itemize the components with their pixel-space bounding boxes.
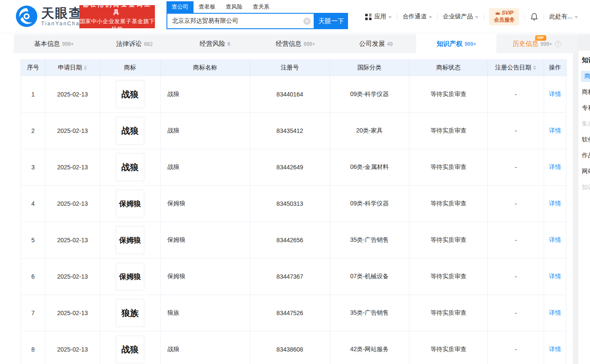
search-type-tab[interactable]: 查公司 <box>166 1 194 13</box>
notifications-button[interactable] <box>530 12 539 21</box>
nav-apps[interactable]: 应用 <box>365 13 392 21</box>
sidebar-anchor-label: 作品 <box>582 152 590 159</box>
anchor-sidebar: 知识商标商标专利集成软件作品网站知识 <box>578 51 590 364</box>
column-header-label: 商标 <box>124 64 136 72</box>
detail-link[interactable]: 详情 <box>549 273 561 280</box>
detail-link[interactable]: 详情 <box>549 200 561 208</box>
search-type-tab[interactable]: 查老板 <box>194 1 221 13</box>
detail-link[interactable]: 详情 <box>549 236 561 244</box>
trademark-status: 等待实质审查 <box>409 295 487 331</box>
table-row: 72025-02-13狼族狼族8344752635类-广告销售等待实质审查-详情 <box>21 295 566 331</box>
sidebar-anchor-item[interactable]: 集成 <box>578 116 590 132</box>
trademark-image[interactable]: 战狼 <box>116 336 144 363</box>
sidebar-anchor-item[interactable]: 商标 <box>578 68 590 84</box>
trademark-table: 序号申请日期商标商标名称注册号国际分类商标状态注册公告日期操作 12025-02… <box>21 59 566 364</box>
detail-link[interactable]: 详情 <box>549 346 561 353</box>
column-header-label: 商标状态 <box>436 64 460 72</box>
tab-知识产权[interactable]: 知识产权999+ <box>416 34 497 53</box>
chevron-down-icon <box>475 16 478 18</box>
sidebar-anchor-item[interactable]: 作品 <box>578 147 590 163</box>
nav-enterprise[interactable]: 企业级产品 <box>443 13 478 21</box>
table-row: 82025-02-13战狼战狼8343860842类-网站服务等待实质审查-详情 <box>21 331 566 364</box>
clear-icon[interactable]: ✕ <box>303 18 311 25</box>
column-header-label: 国际分类 <box>357 64 381 72</box>
column-header-label: 操作 <box>549 64 561 72</box>
detail-link[interactable]: 详情 <box>549 90 561 98</box>
nav-partner[interactable]: 合作通道 <box>402 13 432 21</box>
search-input[interactable] <box>166 13 315 29</box>
trademark-image-cell: 保姆狼 <box>100 186 160 222</box>
tab-历史信息[interactable]: 历史信息999+VIP? <box>496 34 577 53</box>
apply-date: 2025-02-13 <box>45 331 100 364</box>
tab-法律诉讼[interactable]: 法律诉讼682 <box>94 34 175 53</box>
action-cell: 详情 <box>544 113 566 149</box>
tab-经营风险[interactable]: 经营风险6 <box>175 34 255 53</box>
search-button[interactable]: 天眼一下 <box>315 13 348 29</box>
table-header: 序号申请日期商标商标名称注册号国际分类商标状态注册公告日期操作 <box>21 59 566 76</box>
tab-基本信息[interactable]: 基本信息999+ <box>14 34 94 53</box>
trademark-name: 战狼 <box>160 149 250 185</box>
row-index: 3 <box>21 149 45 185</box>
trademark-image[interactable]: 战狼 <box>116 117 144 144</box>
sidebar-anchor-item[interactable]: 软件 <box>578 132 590 147</box>
trademark-image[interactable]: 狼族 <box>116 299 144 327</box>
tab-label: 知识产权 <box>437 40 463 48</box>
table-row: 12025-02-13战狼战狼8344016409类-科学仪器等待实质审查-详情 <box>21 76 566 113</box>
detail-link[interactable]: 详情 <box>549 163 561 171</box>
detail-link[interactable]: 详情 <box>549 309 561 317</box>
sort-asc-icon <box>84 66 87 67</box>
table-body: 12025-02-13战狼战狼8344016409类-科学仪器等待实质审查-详情… <box>21 76 566 364</box>
table-row: 62025-02-13保姆狼保姆狼8344736707类-机械设备等待实质审查-… <box>21 259 566 295</box>
divider <box>544 14 544 20</box>
sort-icon[interactable] <box>84 66 87 70</box>
nav-partner-label: 合作通道 <box>402 13 427 21</box>
column-header-label: 申请日期 <box>58 64 82 72</box>
tab-label: 经营风险 <box>200 40 225 48</box>
tab-count-badge: 49 <box>387 41 393 47</box>
trademark-status: 等待实质审查 <box>409 259 487 295</box>
search-type-tab[interactable]: 查风险 <box>221 1 248 13</box>
vip-badge: VIP <box>535 35 546 41</box>
trademark-image[interactable]: 保姆狼 <box>116 226 144 254</box>
sidebar-anchor-label: 商标 <box>581 71 590 82</box>
column-header: 商标 <box>100 59 160 76</box>
trademark-status: 等待实质审查 <box>409 186 487 222</box>
trademark-image[interactable]: 保姆狼 <box>116 190 144 217</box>
intl-classification: 06类-金属材料 <box>330 149 409 185</box>
trademark-image[interactable]: 战狼 <box>116 153 144 181</box>
trademark-image-cell: 战狼 <box>100 331 160 364</box>
divider <box>437 14 438 20</box>
publication-date: - <box>487 113 544 149</box>
tab-经营信息[interactable]: 经营信息999+ <box>255 34 336 53</box>
apply-date: 2025-02-13 <box>45 186 100 222</box>
registration-number: 83438608 <box>250 331 330 364</box>
intl-classification: 09类-科学仪器 <box>330 76 409 112</box>
column-header: 序号 <box>21 59 45 76</box>
divider <box>573 34 574 364</box>
action-cell: 详情 <box>544 331 566 364</box>
trademark-image[interactable]: 保姆狼 <box>116 263 144 290</box>
search-type-tab[interactable]: 查关系 <box>248 1 275 13</box>
sidebar-anchor-label: 知识 <box>582 56 590 64</box>
column-header-label: 注册号 <box>281 64 299 72</box>
column-header-label: 注册公告日期 <box>495 64 531 72</box>
tab-公司发展[interactable]: 公司发展49 <box>336 34 416 53</box>
row-index: 2 <box>21 113 45 149</box>
tab-label: 经营信息 <box>276 40 302 48</box>
trademark-image[interactable]: 战狼 <box>116 81 144 108</box>
sidebar-anchor-item[interactable]: 网站 <box>578 163 590 179</box>
publication-date: - <box>487 259 544 295</box>
sidebar-anchor-item[interactable]: 专利 <box>578 100 590 116</box>
sidebar-anchor-item[interactable]: 商标 <box>578 84 590 100</box>
apply-date: 2025-02-13 <box>45 113 100 149</box>
detail-link[interactable]: 详情 <box>549 127 561 135</box>
column-header: 注册号 <box>250 59 330 76</box>
column-header: 商标状态 <box>409 59 487 76</box>
svip-member-button[interactable]: SVIP 会员服务 <box>489 8 519 25</box>
trademark-image-cell: 战狼 <box>100 113 160 149</box>
help-icon[interactable]: ? <box>555 41 561 47</box>
sidebar-anchor-item[interactable]: 知识 <box>578 179 590 195</box>
nav-more[interactable]: 此处有... <box>549 13 578 21</box>
sort-icon[interactable] <box>533 66 536 70</box>
registration-number: 83442656 <box>250 222 330 258</box>
